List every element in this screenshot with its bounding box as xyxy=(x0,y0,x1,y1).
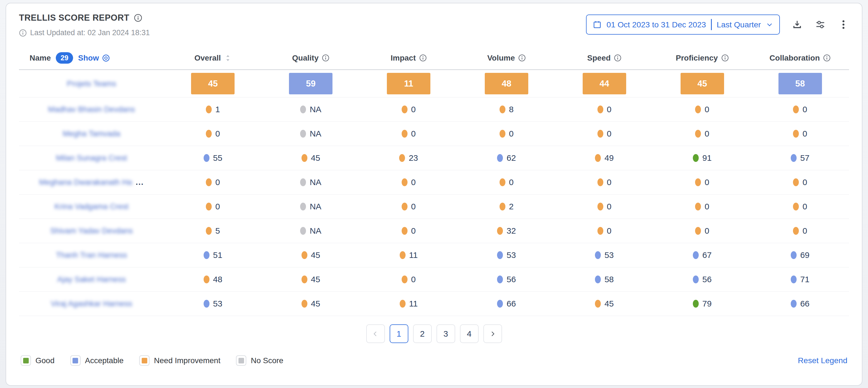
name-cell: Meghana Dwarakanath Ha... xyxy=(19,178,164,187)
score-dot xyxy=(402,106,407,113)
filter-settings-button[interactable] xyxy=(814,19,826,30)
info-icon[interactable] xyxy=(823,54,831,62)
score-cell: 0 xyxy=(360,178,458,187)
name-link[interactable]: Projets Teams xyxy=(67,79,116,88)
show-link[interactable]: Show xyxy=(78,54,110,62)
name-link[interactable]: Viraj Agashkar Harness xyxy=(51,299,132,308)
score-value: 0 xyxy=(607,129,612,139)
last-updated-text: Last Updated at: 02 Jan 2024 18:31 xyxy=(30,28,150,37)
score-cell: 44 xyxy=(555,73,653,94)
score-cell: 0 xyxy=(458,129,556,139)
legend-swatch xyxy=(21,355,31,366)
score-value: 0 xyxy=(411,129,416,139)
name-link[interactable]: Thanh Tran Harness xyxy=(56,251,127,260)
score-cell: 0 xyxy=(360,275,458,284)
info-icon[interactable] xyxy=(721,54,729,62)
score-dot xyxy=(597,203,603,210)
download-button[interactable] xyxy=(792,19,803,30)
column-header-volume: Volume xyxy=(458,54,556,62)
score-value: 0 xyxy=(215,202,220,211)
score-dot xyxy=(206,130,212,138)
score-cell: 45 xyxy=(555,299,653,308)
page-button-4[interactable]: 4 xyxy=(460,324,478,343)
score-value: 55 xyxy=(213,153,222,163)
sort-icon[interactable] xyxy=(224,54,231,62)
legend-item-acceptable[interactable]: Acceptable xyxy=(70,355,124,366)
next-page-button[interactable] xyxy=(484,324,502,343)
page-title: TRELLIS SCORE REPORT xyxy=(19,13,129,23)
score-cell: 32 xyxy=(458,226,556,236)
score-dot xyxy=(791,154,797,162)
column-header-label: Proficiency xyxy=(676,54,718,62)
table-row: Viraj Agashkar Harness53451166457966 xyxy=(19,292,849,316)
score-cell: 0 xyxy=(360,202,458,211)
score-value: 53 xyxy=(506,250,516,260)
score-dot xyxy=(597,178,603,186)
date-range-button[interactable]: 01 Oct 2023 to 31 Dec 2023 Last Quarter xyxy=(586,14,780,35)
score-dot xyxy=(595,300,601,308)
score-cell: 48 xyxy=(458,73,556,94)
table-header-row: Name 29 Show OverallQualityImpactVolumeS… xyxy=(19,47,849,70)
name-column-header: Name 29 Show xyxy=(19,52,164,64)
score-value: 0 xyxy=(705,178,709,187)
score-cell: 79 xyxy=(653,299,751,308)
score-dot xyxy=(302,275,307,283)
score-value: 45 xyxy=(311,299,320,308)
page-button-2[interactable]: 2 xyxy=(413,324,432,343)
info-icon[interactable] xyxy=(614,54,621,62)
score-cell: 71 xyxy=(751,275,849,284)
page-button-3[interactable]: 3 xyxy=(436,324,455,343)
score-dot xyxy=(204,300,210,308)
score-dot xyxy=(791,275,797,283)
legend-item-no-score[interactable]: No Score xyxy=(236,355,283,366)
name-link[interactable]: Madhav Bhasin Devdans xyxy=(48,105,135,114)
score-cell: 0 xyxy=(751,178,849,187)
score-cell: 0 xyxy=(164,178,262,187)
score-value: 66 xyxy=(506,299,516,308)
name-link[interactable]: Shivam Yadav Devdans xyxy=(50,227,133,235)
score-value: 8 xyxy=(509,105,514,114)
name-link[interactable]: Meghana Dwarakanath Ha xyxy=(39,178,132,187)
name-link[interactable]: Krina Vadgama Crest xyxy=(54,202,129,211)
info-icon[interactable] xyxy=(322,54,330,62)
name-link[interactable]: Megha Tamvada xyxy=(63,129,121,138)
score-cell: 0 xyxy=(653,105,751,114)
score-chip: 59 xyxy=(289,73,333,94)
score-cell: 0 xyxy=(360,105,458,114)
score-value: 2 xyxy=(509,202,514,211)
score-cell: 0 xyxy=(555,105,653,114)
score-dot xyxy=(206,178,212,186)
legend-item-good[interactable]: Good xyxy=(21,355,55,366)
score-value: 0 xyxy=(802,129,807,139)
score-cell: 0 xyxy=(751,105,849,114)
score-cell: 45 xyxy=(164,73,262,94)
table-row: Thanh Tran Harness51451153536769 xyxy=(19,243,849,267)
info-icon[interactable] xyxy=(518,54,526,62)
column-header-overall[interactable]: Overall xyxy=(164,54,262,62)
title-info-icon[interactable] xyxy=(134,14,142,22)
score-cell: NA xyxy=(262,226,360,236)
score-value: 0 xyxy=(509,178,514,187)
legend-item-need-improvement[interactable]: Need Improvement xyxy=(139,355,220,366)
column-header-label: Collaboration xyxy=(770,54,820,62)
name-link[interactable]: Ajay Saket Harness xyxy=(57,275,126,284)
score-dot xyxy=(497,227,503,235)
score-cell: 8 xyxy=(458,105,556,114)
score-value: 11 xyxy=(409,299,418,308)
score-cell: 58 xyxy=(751,73,849,94)
score-cell: 0 xyxy=(751,202,849,211)
prev-page-button[interactable] xyxy=(366,324,385,343)
score-value: 67 xyxy=(702,250,712,260)
info-icon[interactable] xyxy=(419,54,427,62)
score-value: 0 xyxy=(607,226,612,236)
score-cell: 53 xyxy=(555,250,653,260)
table-row: Ajay Saket Harness4845056585671 xyxy=(19,267,849,292)
name-link[interactable]: Milan Sunagra Crest xyxy=(56,153,127,162)
page-button-1[interactable]: 1 xyxy=(390,324,408,343)
reset-legend-link[interactable]: Reset Legend xyxy=(798,356,847,365)
score-dot xyxy=(695,227,701,235)
kebab-menu-button[interactable] xyxy=(838,19,849,30)
score-cell: 62 xyxy=(458,153,556,163)
column-header-label: Quality xyxy=(292,54,318,62)
score-cell: 0 xyxy=(653,129,751,139)
